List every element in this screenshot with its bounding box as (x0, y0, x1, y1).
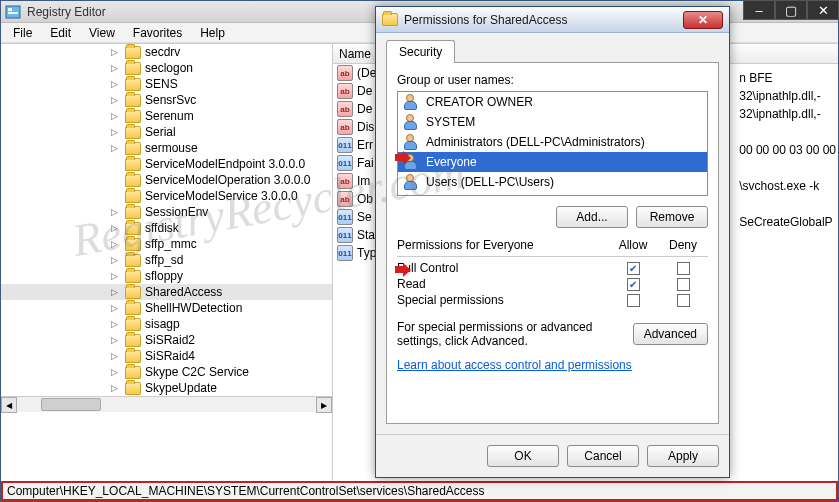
add-button[interactable]: Add... (556, 206, 628, 228)
tree-item[interactable]: ▷SensrSvc (1, 92, 332, 108)
group-row[interactable]: CREATOR OWNER (398, 92, 707, 112)
menu-favorites[interactable]: Favorites (125, 24, 190, 42)
expand-icon[interactable]: ▷ (111, 207, 121, 217)
tab-security[interactable]: Security (386, 40, 455, 63)
tree-item[interactable]: ▷sffdisk (1, 220, 332, 236)
expand-icon[interactable]: ▷ (111, 255, 121, 265)
expand-icon[interactable]: ▷ (111, 127, 121, 137)
group-row[interactable]: Administrators (DELL-PC\Administrators) (398, 132, 707, 152)
regedit-icon (5, 4, 21, 20)
dialog-close-button[interactable]: ✕ (683, 11, 723, 29)
tree-item[interactable]: ▷sisagp (1, 316, 332, 332)
scroll-thumb[interactable] (41, 398, 101, 411)
value-name: Err (357, 138, 373, 152)
tree-item[interactable]: ▷SiSRaid4 (1, 348, 332, 364)
os-maximize-button[interactable]: ▢ (775, 0, 807, 20)
user-group-icon (404, 114, 420, 130)
remove-button[interactable]: Remove (636, 206, 708, 228)
group-name: Users (DELL-PC\Users) (426, 175, 554, 189)
scroll-right-button[interactable]: ▶ (316, 397, 332, 413)
expand-icon[interactable]: ▷ (111, 335, 121, 345)
expand-icon[interactable]: ▷ (111, 47, 121, 57)
expand-icon[interactable]: ▷ (111, 95, 121, 105)
advanced-button[interactable]: Advanced (633, 323, 708, 345)
group-name: Everyone (426, 155, 477, 169)
tree-item[interactable]: ▷seclogon (1, 60, 332, 76)
menu-edit[interactable]: Edit (42, 24, 79, 42)
permission-label: Full Control (397, 261, 608, 275)
statusbar: Computer\HKEY_LOCAL_MACHINE\SYSTEM\Curre… (1, 481, 838, 501)
group-name: Administrators (DELL-PC\Administrators) (426, 135, 645, 149)
expand-icon[interactable]: ▷ (111, 223, 121, 233)
apply-button[interactable]: Apply (647, 445, 719, 467)
tree-item[interactable]: ▷SENS (1, 76, 332, 92)
tree-item[interactable]: ▷SharedAccess (1, 284, 332, 300)
tree-item[interactable]: ▷SiSRaid2 (1, 332, 332, 348)
menu-help[interactable]: Help (192, 24, 233, 42)
help-link[interactable]: Learn about access control and permissio… (397, 358, 708, 372)
expand-icon[interactable]: ▷ (111, 239, 121, 249)
tree-item-label: ServiceModelOperation 3.0.0.0 (145, 173, 310, 187)
tree-item[interactable]: ServiceModelOperation 3.0.0.0 (1, 172, 332, 188)
tree-item-label: SharedAccess (145, 285, 222, 299)
tree-item[interactable]: ▷Skype C2C Service (1, 364, 332, 380)
tree-item[interactable]: ▷sffp_sd (1, 252, 332, 268)
expand-icon[interactable]: ▷ (111, 319, 121, 329)
deny-checkbox[interactable] (677, 262, 690, 275)
group-row[interactable]: Everyone (398, 152, 707, 172)
allow-checkbox[interactable]: ✔ (627, 262, 640, 275)
expand-icon[interactable]: ▷ (111, 271, 121, 281)
os-minimize-button[interactable]: – (743, 0, 775, 20)
group-row[interactable]: SYSTEM (398, 112, 707, 132)
tree-pane[interactable]: ▷secdrv▷seclogon▷SENS▷SensrSvc▷Serenum▷S… (1, 44, 333, 481)
tree-item[interactable]: ▷ShellHWDetection (1, 300, 332, 316)
menu-file[interactable]: File (5, 24, 40, 42)
group-row[interactable]: Users (DELL-PC\Users) (398, 172, 707, 192)
group-label: Group or user names: (397, 73, 708, 87)
expand-icon[interactable]: ▷ (111, 383, 121, 393)
group-name: SYSTEM (426, 115, 475, 129)
group-listbox[interactable]: CREATOR OWNERSYSTEMAdministrators (DELL-… (397, 91, 708, 196)
advanced-text: For special permissions or advanced sett… (397, 320, 623, 348)
tree-item-label: SiSRaid2 (145, 333, 195, 347)
tree-item[interactable]: ▷sffp_mmc (1, 236, 332, 252)
value-data-fragment (739, 160, 836, 176)
scroll-left-button[interactable]: ◀ (1, 397, 17, 413)
tree-item[interactable]: ▷SkypeUpdate (1, 380, 332, 396)
expand-icon[interactable]: ▷ (111, 287, 121, 297)
expand-icon[interactable]: ▷ (111, 143, 121, 153)
tree-item[interactable]: ▷Serenum (1, 108, 332, 124)
tree-item-label: sermouse (145, 141, 198, 155)
tree-item[interactable]: ▷sermouse (1, 140, 332, 156)
expand-icon[interactable]: ▷ (111, 351, 121, 361)
deny-checkbox[interactable] (677, 294, 690, 307)
tree-item[interactable]: ▷SessionEnv (1, 204, 332, 220)
permissions-dialog: Permissions for SharedAccess ✕ Security … (375, 6, 730, 478)
os-close-button[interactable]: ✕ (807, 0, 839, 20)
expand-icon[interactable]: ▷ (111, 111, 121, 121)
folder-icon (125, 286, 141, 299)
menu-view[interactable]: View (81, 24, 123, 42)
expand-icon[interactable]: ▷ (111, 79, 121, 89)
tree-item[interactable]: ServiceModelService 3.0.0.0 (1, 188, 332, 204)
tree-item[interactable]: ServiceModelEndpoint 3.0.0.0 (1, 156, 332, 172)
tree-scrollbar[interactable]: ◀ ▶ (1, 396, 332, 412)
tree-item[interactable]: ▷sfloppy (1, 268, 332, 284)
value-name: De (357, 102, 372, 116)
folder-icon (125, 94, 141, 107)
value-name: Typ (357, 246, 376, 260)
allow-checkbox[interactable]: ✔ (627, 278, 640, 291)
ok-button[interactable]: OK (487, 445, 559, 467)
tree-item[interactable]: ▷secdrv (1, 44, 332, 60)
string-icon: ab (337, 191, 353, 207)
expand-icon[interactable]: ▷ (111, 367, 121, 377)
user-group-icon (404, 94, 420, 110)
cancel-button[interactable]: Cancel (567, 445, 639, 467)
allow-checkbox[interactable] (627, 294, 640, 307)
expand-icon[interactable]: ▷ (111, 63, 121, 73)
dialog-titlebar[interactable]: Permissions for SharedAccess ✕ (376, 7, 729, 33)
tree-item[interactable]: ▷Serial (1, 124, 332, 140)
expand-icon[interactable]: ▷ (111, 303, 121, 313)
deny-checkbox[interactable] (677, 278, 690, 291)
value-data-fragment: SeCreateGlobalP (739, 214, 836, 230)
